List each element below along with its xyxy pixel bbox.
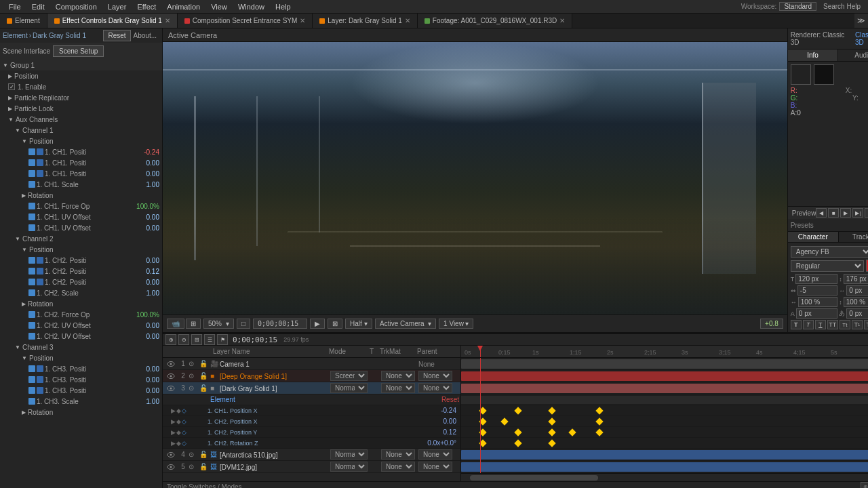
ch3-rotation-row[interactable]: ▶ Rotation bbox=[0, 407, 162, 418]
ch2-force-value[interactable]: 100.0% bbox=[136, 311, 159, 319]
panel-tabs-expand[interactable]: ≫ bbox=[854, 14, 868, 28]
scale-v-input[interactable] bbox=[844, 297, 868, 307]
layer-parent-select-4[interactable]: None bbox=[418, 449, 452, 460]
layer-eye-2[interactable] bbox=[164, 373, 178, 379]
baseline-input[interactable] bbox=[796, 308, 837, 319]
ch1-positi1-row[interactable]: 1. CH1. Positi -0.24 bbox=[0, 146, 162, 157]
sub-ch2-posY-value[interactable]: 0.12 bbox=[443, 428, 459, 436]
layer-trkmat-3[interactable]: None bbox=[381, 383, 418, 393]
tracker-tab[interactable]: Tracker bbox=[839, 232, 868, 242]
layer-mode-select-2[interactable]: Screen bbox=[330, 371, 368, 381]
sub-element-row[interactable]: Element Reset bbox=[163, 394, 460, 405]
tl-btn4[interactable]: ☰ bbox=[204, 334, 215, 345]
menu-item-view[interactable]: View bbox=[205, 3, 233, 11]
layer-lock-1[interactable]: 🔓 bbox=[199, 360, 210, 367]
font-select[interactable]: Agency FB bbox=[791, 246, 868, 258]
leading-input[interactable] bbox=[844, 274, 868, 284]
layer-parent-3[interactable]: None bbox=[418, 383, 459, 393]
timeline-scrollbar[interactable] bbox=[461, 473, 868, 481]
ch2-position-row[interactable]: ▼ Position bbox=[0, 244, 162, 255]
ch1-positi2-row[interactable]: 1. CH1. Positi 0.00 bbox=[0, 157, 162, 168]
ch2-scale-value[interactable]: 1.00 bbox=[136, 289, 159, 297]
sub-ch2-rotZ-value[interactable]: 0.0x+0.0° bbox=[427, 439, 459, 447]
layer-trkmat-select-2[interactable]: None bbox=[381, 371, 415, 381]
sub-reset-btn[interactable]: Reset bbox=[441, 396, 459, 403]
ch2-uv1-row[interactable]: 1. CH2. UV Offset 0.00 bbox=[0, 320, 162, 331]
about-link[interactable]: About... bbox=[131, 32, 159, 39]
ch1-force-value[interactable]: 100.0% bbox=[136, 203, 159, 210]
layer-eye-5[interactable] bbox=[164, 464, 178, 470]
reset-button[interactable]: Reset bbox=[103, 30, 130, 41]
scene-setup-button[interactable]: Scene Setup bbox=[53, 45, 104, 57]
breadcrumb-element[interactable]: Element bbox=[3, 32, 28, 39]
layer-row-4[interactable]: 4 ⊙ 🔓 🖼 [Antarctica 510.jpg] Normal None bbox=[163, 449, 460, 461]
layer-name-1[interactable]: Camera 1 bbox=[220, 360, 330, 368]
ch1-uv1-value[interactable]: 0.00 bbox=[136, 214, 159, 221]
character-tab[interactable]: Character bbox=[788, 232, 839, 242]
ch2-scale-row[interactable]: 1. CH2. Scale 1.00 bbox=[0, 287, 162, 298]
tl-btn5[interactable]: ⚑ bbox=[217, 334, 228, 345]
ch2-positi1-row[interactable]: 1. CH2. Positi 0.00 bbox=[0, 255, 162, 266]
layer-row-3[interactable]: 3 ⊙ 🔓 ■ [Dark Gray Solid 1] Normal None bbox=[163, 382, 460, 394]
layer-trkmat-5[interactable]: None bbox=[381, 462, 418, 472]
menu-item-effect[interactable]: Effect bbox=[132, 3, 161, 11]
layer-trkmat-select-3[interactable]: None bbox=[381, 383, 415, 393]
play-btn[interactable]: ▶ bbox=[310, 319, 325, 329]
menu-item-help[interactable]: Help bbox=[270, 3, 296, 11]
sub-ch1-pos-x-row[interactable]: ▶ ◆ ◇ 1. CH1. Position X -0.24 bbox=[163, 405, 460, 416]
layer-solo-5[interactable]: ⊙ bbox=[189, 463, 199, 470]
workspace-value[interactable]: Standard bbox=[779, 2, 816, 11]
frame-btn[interactable]: ⊠ bbox=[328, 319, 342, 329]
ch3-positi2-row[interactable]: 1. CH3. Positi 0.00 bbox=[0, 374, 162, 385]
layer-lock-2[interactable]: 🔓 bbox=[199, 372, 210, 380]
tab-effect-controls[interactable]: Effect Controls Dark Gray Solid 1 ✕ bbox=[47, 14, 178, 28]
ch1-p1-value[interactable]: -0.24 bbox=[136, 148, 159, 156]
ch2-positi3-row[interactable]: 1. CH2. Positi 0.00 bbox=[0, 277, 162, 287]
channel2-header[interactable]: ▼ Channel 2 bbox=[0, 233, 162, 244]
layer-name-2[interactable]: [Deep Orange Solid 1] bbox=[220, 372, 330, 380]
ch2-forceop-row[interactable]: 1. CH2. Force Op 100.0% bbox=[0, 309, 162, 320]
scale-h-input[interactable] bbox=[798, 297, 838, 307]
group1-header[interactable]: ▼ Group 1 bbox=[0, 60, 162, 70]
layer-lock-4[interactable]: 🔓 bbox=[199, 451, 210, 458]
tab-composition[interactable]: Composition Secret Entrance SYM ✕ bbox=[178, 14, 313, 28]
layer-parent-select-5[interactable]: None bbox=[418, 462, 452, 472]
tl-btn2[interactable]: ⊖ bbox=[178, 334, 189, 345]
ch1-rotation-row[interactable]: ▶ Rotation bbox=[0, 190, 162, 201]
menu-item-animation[interactable]: Animation bbox=[161, 3, 205, 11]
audio-tab[interactable]: Audio bbox=[838, 49, 868, 61]
layer-eye-3[interactable] bbox=[164, 386, 178, 391]
enable-row[interactable]: ✓ 1. Enable bbox=[0, 81, 162, 92]
layer-solo-1[interactable]: ⊙ bbox=[189, 360, 199, 367]
menu-item-layer[interactable]: Layer bbox=[102, 3, 132, 11]
camera-btn[interactable]: 📹 bbox=[167, 319, 184, 329]
metrics-input[interactable] bbox=[797, 285, 838, 296]
layer-name-5[interactable]: [DVM12.jpg] bbox=[220, 463, 330, 471]
underline-btn[interactable]: T bbox=[815, 320, 826, 329]
ch3-scale-value[interactable]: 1.00 bbox=[136, 398, 159, 405]
menu-item-edit[interactable]: Edit bbox=[26, 3, 50, 11]
layer-parent-select-3[interactable]: None bbox=[418, 383, 452, 393]
grid-btn[interactable]: ⊞ bbox=[186, 319, 201, 329]
ch3-positi1-row[interactable]: 1. CH3. Positi 0.00 bbox=[0, 363, 162, 374]
sub-ch1-posX-value[interactable]: -0.24 bbox=[441, 407, 459, 414]
layer-trkmat-select-5[interactable]: None bbox=[381, 462, 415, 472]
layer-parent-4[interactable]: None bbox=[418, 449, 459, 460]
tracking-input[interactable] bbox=[846, 285, 868, 296]
particle-replicator-row[interactable]: ▶ Particle Replicator bbox=[0, 92, 162, 103]
ch3-scale-row[interactable]: 1. CH3. Scale 1.00 bbox=[0, 396, 162, 407]
layer-trkmat-4[interactable]: None bbox=[381, 449, 418, 460]
renderer-value[interactable]: Classic 3D bbox=[855, 31, 868, 46]
ch3-p3-value[interactable]: 0.00 bbox=[136, 387, 159, 394]
layer-mode-2[interactable]: Screen bbox=[330, 371, 371, 381]
layer-parent-5[interactable]: None bbox=[418, 462, 459, 472]
layer-lock-3[interactable]: 🔓 bbox=[199, 384, 210, 392]
ch1-position-row[interactable]: ▼ Position bbox=[0, 136, 162, 146]
preview-loop[interactable]: ↺ bbox=[865, 208, 868, 218]
ch1-uv1-row[interactable]: 1. CH1. UV Offset 0.00 bbox=[0, 211, 162, 222]
ch3-positi3-row[interactable]: 1. CH3. Positi 0.00 bbox=[0, 385, 162, 396]
view-dropdown[interactable]: Active Camera ▾ bbox=[375, 319, 436, 329]
position-row[interactable]: ▶ Position bbox=[0, 70, 162, 81]
tab-element[interactable]: Element bbox=[0, 14, 47, 28]
zoom-dropdown[interactable]: 50% ▾ bbox=[203, 319, 234, 329]
